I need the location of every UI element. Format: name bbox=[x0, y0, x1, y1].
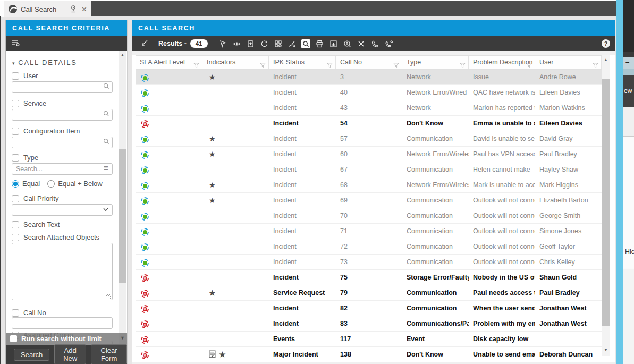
dashboard-settings-icon[interactable] bbox=[274, 39, 283, 48]
sla-core bbox=[143, 199, 147, 204]
tab-call-search[interactable]: Call Search ✕ bbox=[4, 1, 91, 17]
search-button[interactable]: Search bbox=[14, 349, 49, 361]
print-icon[interactable] bbox=[315, 39, 324, 48]
sla-red-icon: ✕ bbox=[141, 351, 149, 359]
service-checkbox-row: Service bbox=[12, 99, 46, 107]
type-checkbox[interactable] bbox=[12, 154, 19, 162]
search-attached-objects-textarea[interactable] bbox=[12, 243, 113, 300]
service-checkbox[interactable] bbox=[12, 100, 19, 107]
configuration-item-checkbox[interactable] bbox=[12, 128, 19, 135]
column-header-sla-alert-level[interactable]: SLA Alert Level bbox=[136, 56, 202, 69]
service-input[interactable] bbox=[12, 109, 113, 121]
cell-ipk-status: Incident bbox=[269, 85, 336, 100]
table-row-call-69[interactable]: ★Incident69CommunicationOutlook will not… bbox=[136, 193, 602, 208]
cell-indicators: ★ bbox=[202, 131, 269, 147]
equal-radio[interactable] bbox=[12, 180, 19, 188]
user-input[interactable] bbox=[12, 81, 113, 93]
collapse-panel-icon[interactable] bbox=[140, 39, 149, 48]
cell-ipk-status: Incident bbox=[269, 224, 336, 239]
table-row-call-57[interactable]: ★Incident57CommunicationDavid is unable … bbox=[136, 131, 602, 147]
table-row-call-54[interactable]: ✕Incident54Don't KnowEmma is unable to s… bbox=[136, 116, 602, 131]
sidebar-scroll-up-icon[interactable]: ▲ bbox=[119, 53, 126, 57]
section-call-details[interactable]: ▾CALL DETAILS bbox=[12, 58, 77, 66]
table-row-call-40[interactable]: Incident40Network Error/WiredQAC have ne… bbox=[136, 85, 602, 100]
equal-radio-label: Equal bbox=[22, 180, 40, 188]
column-header-call-no[interactable]: Call No bbox=[336, 56, 402, 69]
cell-sla-alert-level: ✕ bbox=[136, 270, 202, 285]
table-row-call-82[interactable]: ✕Incident82CommunicationWhen the user se… bbox=[136, 301, 602, 316]
table-row-call-117[interactable]: ✕Events117EventDisk capacity low bbox=[136, 332, 602, 347]
clear-form-button[interactable]: Clear Form bbox=[91, 344, 127, 364]
user-checkbox[interactable] bbox=[12, 72, 19, 80]
sla-core bbox=[143, 76, 147, 80]
sla-green-icon bbox=[141, 259, 149, 267]
table-row-call-43[interactable]: Incident43NetworkMarion has reported tha… bbox=[136, 100, 602, 116]
run-search-without-limit-checkbox[interactable] bbox=[10, 335, 17, 342]
search-icon[interactable] bbox=[301, 39, 310, 48]
report-chart-icon[interactable] bbox=[329, 39, 338, 48]
background-minimize-button[interactable]: – bbox=[623, 57, 634, 69]
call-priority-checkbox[interactable] bbox=[12, 195, 19, 202]
cell-user: Mark Higgins bbox=[535, 177, 602, 193]
table-scroll-up-icon[interactable]: ▲ bbox=[602, 57, 610, 62]
table-scroll-thumb[interactable] bbox=[602, 79, 610, 326]
cell-sla-alert-level bbox=[136, 85, 202, 100]
call-icon[interactable] bbox=[370, 39, 379, 48]
column-header-problem-description[interactable]: Problem Description bbox=[469, 56, 535, 69]
call-no-checkbox[interactable] bbox=[12, 309, 19, 317]
cell-problem-description: Problem with my email bbox=[469, 316, 535, 332]
search-text-checkbox[interactable] bbox=[12, 221, 19, 228]
cell-ipk-status: Incident bbox=[269, 316, 336, 332]
sidebar-scroll-down-icon[interactable]: ▼ bbox=[120, 335, 125, 341]
refresh-icon[interactable] bbox=[260, 39, 269, 48]
cell-user: Chris Kelley bbox=[535, 255, 602, 270]
table-row-call-79[interactable]: ✕★Service Request79CommunicationPaul nee… bbox=[136, 285, 602, 301]
window-left-edge bbox=[0, 16, 1, 364]
cell-indicators bbox=[202, 332, 269, 347]
column-header-ipk-status[interactable]: IPK Status bbox=[269, 56, 336, 69]
tab-close-icon[interactable]: ✕ bbox=[80, 5, 87, 13]
type-search-input[interactable] bbox=[12, 163, 113, 175]
table-row-call-3[interactable]: ★Incident3NetworkIssueAndre Rowe bbox=[136, 70, 602, 85]
add-note-icon[interactable] bbox=[246, 39, 255, 48]
cell-type: Storage Error/Faulty bbox=[402, 270, 469, 285]
table-row-call-70[interactable]: Incident70CommunicationOutlook will not … bbox=[136, 208, 602, 224]
table-row-call-138[interactable]: ✕★Major Incident138Don't KnowUnable to s… bbox=[136, 347, 602, 362]
help-icon[interactable]: ? bbox=[602, 39, 610, 48]
table-row-call-68[interactable]: ★Incident68Network Error/WirelessMark is… bbox=[136, 177, 602, 193]
table-row-call-71[interactable]: Incident71CommunicationOutlook will not … bbox=[136, 224, 602, 239]
call-no-input[interactable] bbox=[12, 317, 113, 329]
table-row-call-72[interactable]: Incident72CommunicationOutlook will not … bbox=[136, 239, 602, 255]
resize-grip-icon[interactable] bbox=[106, 294, 111, 299]
table-row-call-73[interactable]: Incident73CommunicationOutlook will not … bbox=[136, 255, 602, 270]
type-match-radios: Equal Equal + Below bbox=[12, 180, 103, 188]
column-header-indicators[interactable]: Indicators bbox=[202, 56, 269, 69]
sidebar-scroll-thumb[interactable] bbox=[119, 149, 126, 283]
pin-icon[interactable] bbox=[70, 5, 77, 13]
configuration-item-input[interactable] bbox=[12, 137, 113, 148]
share-contact-icon[interactable] bbox=[343, 39, 352, 48]
cell-sla-alert-level bbox=[136, 100, 202, 116]
column-header-user[interactable]: User bbox=[535, 56, 602, 69]
close-icon[interactable] bbox=[357, 39, 366, 48]
cell-type: Communication bbox=[402, 162, 469, 177]
filter-settings-icon[interactable] bbox=[12, 39, 20, 49]
cell-user: Marion Watkins bbox=[535, 100, 602, 116]
table-row-call-60[interactable]: ★Incident60Network Error/WirelessPaul ha… bbox=[136, 147, 602, 162]
add-new-button[interactable]: Add New bbox=[54, 344, 86, 364]
column-header-type[interactable]: Type bbox=[402, 56, 469, 69]
equal-below-radio[interactable] bbox=[47, 180, 55, 188]
search-attached-objects-checkbox[interactable] bbox=[12, 234, 19, 241]
cell-type: Communications/Pager * bbox=[402, 316, 469, 332]
call-forward-icon[interactable] bbox=[384, 39, 393, 48]
sign-pen-icon[interactable] bbox=[288, 39, 297, 48]
table-row-call-75[interactable]: ✕Incident75Storage Error/FaultyNobody in… bbox=[136, 270, 602, 285]
call-search-panel: CALL SEARCH Results - 41 ? SLA Alert Lev… bbox=[132, 20, 615, 364]
table-row-call-83[interactable]: ✕Incident83Communications/Pager *Problem… bbox=[136, 316, 602, 332]
eye-icon[interactable] bbox=[232, 39, 241, 48]
call-no-label: Call No bbox=[23, 309, 46, 317]
call-priority-select[interactable] bbox=[12, 204, 113, 216]
select-pointer-icon[interactable] bbox=[218, 39, 227, 48]
table-row-call-67[interactable]: Incident67CommunicationHelen cannot make… bbox=[136, 162, 602, 177]
table-scroll-down-icon[interactable]: ▼ bbox=[602, 348, 610, 352]
